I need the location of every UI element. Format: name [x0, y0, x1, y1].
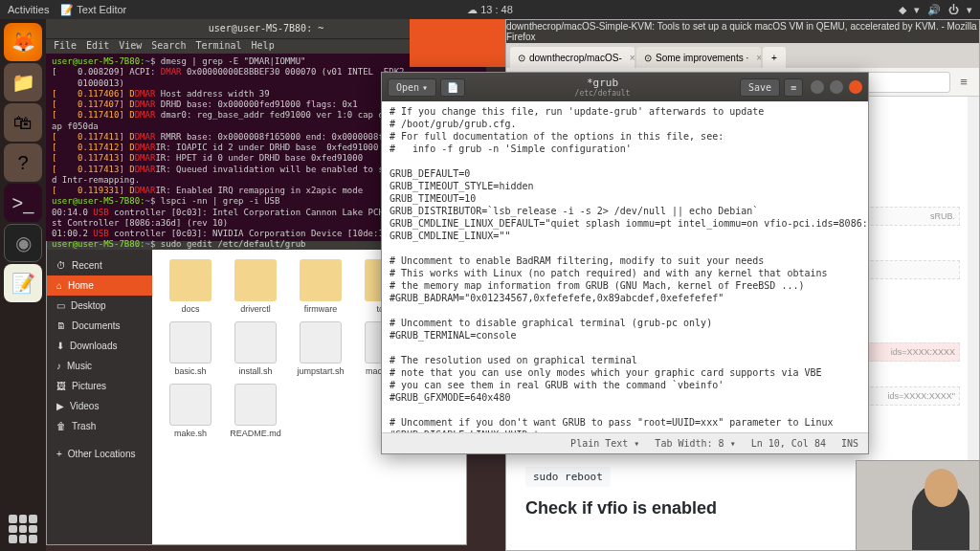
- orange-window-fragment: [410, 19, 505, 67]
- file-item[interactable]: README.md: [227, 384, 284, 438]
- open-button[interactable]: Open ▾: [388, 78, 436, 97]
- file-item[interactable]: install.sh: [227, 321, 284, 376]
- sidebar-item-trash[interactable]: 🗑Trash: [47, 416, 152, 436]
- firefox-launcher-icon[interactable]: 🦊: [4, 23, 42, 61]
- doc-icon: [234, 384, 277, 426]
- file-item[interactable]: docs: [162, 259, 219, 314]
- new-doc-button[interactable]: 📄: [440, 78, 465, 97]
- menu-search[interactable]: Search: [151, 40, 186, 53]
- sidebar-item-recent[interactable]: ⏱Recent: [47, 255, 152, 276]
- activities-button[interactable]: Activities: [8, 4, 49, 16]
- current-app[interactable]: 📝 Text Editor: [60, 4, 126, 16]
- menu-file[interactable]: File: [54, 40, 77, 53]
- hamburger-button[interactable]: ≡: [784, 78, 803, 97]
- files-sidebar: ⏱Recent ⌂Home ▭Desktop 🗎Documents ⬇Downl…: [47, 250, 152, 544]
- github-icon: ⊙: [518, 53, 525, 63]
- minimize-button[interactable]: [811, 80, 824, 94]
- gedit-window: Open ▾ 📄 *grub/etc/default Save ≡ # If y…: [381, 72, 869, 454]
- desktop: user@user-MS-7B80: ⏱Recent ⌂Home ▭Deskto…: [46, 19, 980, 551]
- file-item[interactable]: jumpstart.sh: [292, 321, 349, 376]
- language-selector[interactable]: Plain Text ▾: [570, 438, 639, 449]
- maximize-button[interactable]: [830, 80, 843, 94]
- software-launcher-icon[interactable]: 🛍: [4, 103, 42, 142]
- firefox-tab-1[interactable]: ⊙downthecrop/macOS-×: [510, 47, 635, 68]
- power-icon[interactable]: ⏻: [948, 4, 959, 15]
- doc-icon: [234, 321, 277, 364]
- save-button[interactable]: Save: [740, 78, 780, 97]
- code-block: sudo reboot: [525, 467, 611, 487]
- insert-mode[interactable]: INS: [841, 438, 858, 449]
- gedit-launcher-icon[interactable]: 📝: [4, 264, 42, 302]
- firefox-tab-2[interactable]: ⊙Some improvements ·×: [636, 47, 761, 68]
- sidebar-item-desktop[interactable]: ▭Desktop: [47, 296, 152, 316]
- file-item[interactable]: firmware: [292, 259, 349, 314]
- sidebar-item-downloads[interactable]: ⬇Downloads: [47, 336, 152, 356]
- terminal-launcher-icon[interactable]: >_: [4, 184, 42, 222]
- volume-icon[interactable]: 🔊: [927, 4, 941, 16]
- chevron-down-icon: ▾: [422, 82, 428, 93]
- gedit-title: *grub/etc/default: [465, 77, 740, 98]
- show-apps-icon[interactable]: [9, 515, 37, 543]
- firefox-tabstrip: ⊙downthecrop/macOS-× ⊙Some improvements …: [506, 43, 979, 68]
- doc-icon: [300, 321, 342, 364]
- doc-icon: [169, 384, 212, 426]
- files-launcher-icon[interactable]: 📁: [4, 63, 42, 101]
- cursor-position: Ln 10, Col 84: [751, 438, 826, 449]
- menu-view[interactable]: View: [119, 40, 142, 53]
- menu-terminal[interactable]: Terminal: [195, 40, 241, 53]
- network-icon[interactable]: ▾: [914, 4, 920, 16]
- doc-icon: [169, 321, 212, 364]
- gedit-text-area[interactable]: # If you change this file, run 'update-g…: [382, 101, 868, 432]
- webcam-overlay: [856, 460, 980, 551]
- sidebar-item-videos[interactable]: ▶Videos: [47, 396, 152, 416]
- file-item[interactable]: make.sh: [162, 384, 219, 438]
- close-icon[interactable]: ×: [756, 53, 761, 63]
- tab-width-selector[interactable]: Tab Width: 8 ▾: [655, 438, 735, 449]
- menu-help[interactable]: Help: [252, 40, 275, 53]
- caret-icon[interactable]: ▾: [967, 4, 972, 16]
- person-head: [924, 469, 958, 507]
- close-icon[interactable]: ×: [630, 53, 635, 63]
- firefox-titlebar[interactable]: downthecrop/macOS-Simple-KVM: Tools to s…: [506, 20, 979, 43]
- system-tray[interactable]: ◆ ▾ 🔊 ⏻ ▾: [899, 4, 972, 16]
- file-item[interactable]: basic.sh: [162, 321, 219, 376]
- sidebar-item-music[interactable]: ♪Music: [47, 356, 152, 376]
- menu-button[interactable]: ≡: [954, 73, 973, 92]
- dropbox-icon[interactable]: ◆: [899, 4, 906, 16]
- close-button[interactable]: [849, 80, 862, 94]
- sidebar-item-home[interactable]: ⌂Home: [47, 276, 152, 296]
- folder-icon: [234, 259, 277, 301]
- help-launcher-icon[interactable]: ?: [4, 143, 42, 182]
- gnome-topbar: Activities 📝 Text Editor ☁ 13 : 48 ◆ ▾ 🔊…: [0, 0, 980, 19]
- file-item[interactable]: driverctl: [227, 259, 284, 314]
- launcher-dock: 🦊 📁 🛍 ? >_ ◉ 📝: [0, 19, 46, 551]
- sidebar-item-pictures[interactable]: 🖼Pictures: [47, 376, 152, 396]
- firefox-newtab[interactable]: +: [763, 47, 786, 68]
- clock[interactable]: ☁ 13 : 48: [467, 4, 513, 16]
- folder-icon: [300, 259, 342, 301]
- sidebar-item-other[interactable]: +Other Locations: [47, 444, 152, 464]
- sidebar-item-documents[interactable]: 🗎Documents: [47, 316, 152, 336]
- gedit-headerbar[interactable]: Open ▾ 📄 *grub/etc/default Save ≡: [382, 73, 868, 101]
- gedit-statusbar: Plain Text ▾ Tab Width: 8 ▾ Ln 10, Col 8…: [382, 432, 868, 453]
- obs-launcher-icon[interactable]: ◉: [4, 224, 42, 262]
- menu-edit[interactable]: Edit: [86, 40, 109, 53]
- folder-icon: [169, 259, 212, 301]
